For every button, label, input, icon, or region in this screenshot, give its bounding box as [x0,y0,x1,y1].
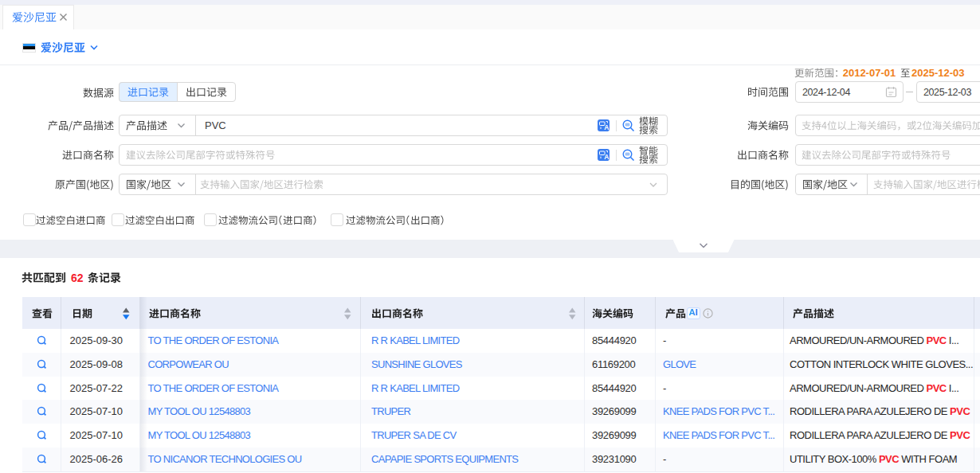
svg-text:A: A [604,123,609,131]
svg-text:A: A [604,153,609,161]
